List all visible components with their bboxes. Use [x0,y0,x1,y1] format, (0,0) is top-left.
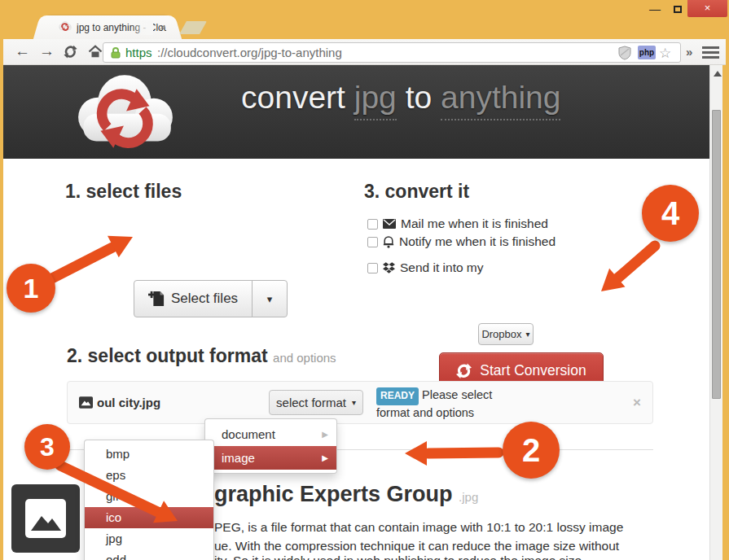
cloudconvert-favicon-icon [58,20,72,32]
maximize-icon [674,6,682,13]
cloudconvert-logo-icon [68,69,182,151]
refresh-icon [456,363,472,378]
select-files-label: Select files [171,291,238,307]
back-button[interactable]: ← [15,42,30,60]
remove-file-icon[interactable]: × [633,395,641,411]
file-row: oul city.jpg select format ▾ READY Pleas… [67,381,653,424]
select-files-heading: 1. select files [65,181,182,203]
close-window-button[interactable]: × [687,0,727,17]
select-format-label: select format [276,396,346,409]
caret-down-icon: ▾ [526,330,530,339]
caret-down-icon: ▾ [267,293,273,305]
menu-icon[interactable] [702,46,719,61]
status-badge: READY [376,387,419,405]
submenu-item-label: bmp [106,447,130,461]
menu-item-label: image [222,451,255,465]
dropbox-checkbox[interactable] [367,263,378,273]
submenu-item-jpg[interactable]: jpg [85,528,213,549]
output-format-heading: 2. select output format and options [67,345,336,367]
submenu-item-odd[interactable]: odd [85,549,213,560]
notify-option-label: Notify me when it is finished [399,234,556,249]
format-info-heading: graphic Experts Group .jpg [214,482,478,507]
headline-word-anything[interactable]: anything [441,80,560,120]
page-scrollbar[interactable] [709,65,722,560]
site-banner: convert jpg to anything [3,65,709,159]
home-button[interactable] [88,45,103,59]
dropbox-icon [383,262,395,273]
format-info-extension: .jpg [459,490,478,504]
send-dropbox-option-row: Send it into my [367,260,484,275]
maximize-button[interactable] [668,2,687,16]
submenu-item-gif[interactable]: gif [85,486,213,507]
headline-word-jpg[interactable]: jpg [354,80,397,120]
jpg-thumbnail-icon [11,484,80,553]
headline-word: to [406,80,433,115]
mail-checkbox[interactable] [367,219,378,230]
select-files-dropdown-button[interactable]: ▾ [252,280,288,317]
minimize-button[interactable]: — [645,2,665,16]
submenu-item-label: jpg [106,532,122,545]
page-content: convert jpg to anything 1. select files … [3,65,709,560]
format-info-heading-text: graphic Experts Group [214,482,453,506]
tab-title: jpg to anything - CloudCo [77,22,173,33]
dropbox-select-button[interactable]: Dropbox ▾ [478,323,534,345]
format-menu: document ▶ image ▶ [204,418,337,474]
submenu-item-label: gif [106,489,119,503]
address-bar[interactable]: https ://cloudconvert.org/jpg-to-anythin… [103,42,681,63]
submenu-item-label: eps [106,468,125,482]
submenu-item-bmp[interactable]: bmp [85,444,213,465]
php-extension-icon[interactable]: php [638,46,656,59]
format-info-line: ue. With the compression technique it ca… [214,539,619,553]
mail-option-label: Mail me when it is finished [401,217,548,231]
select-format-button[interactable]: select format ▾ [269,390,363,415]
tab-title-fade [132,20,153,35]
mail-option-row: Mail me when it is finished [367,217,548,231]
tab-close-icon[interactable]: × [159,22,165,33]
browser-toolbar: ← → https ://cloudconvert.org/jpg-to-any… [3,39,726,65]
browser-tab[interactable]: jpg to anything - CloudCo × [44,15,171,39]
convert-it-heading: 3. convert it [364,181,469,203]
url-scheme: https [125,46,152,59]
toolbar-overflow-chevron[interactable]: » [686,45,692,59]
caret-down-icon: ▾ [352,398,356,407]
image-format-submenu: bmp eps gif ico jpg odd [84,440,214,560]
scrollbar-thumb[interactable] [712,110,721,399]
envelope-icon [383,219,396,229]
menu-item-document[interactable]: document ▶ [205,422,336,446]
submenu-caret-icon: ▶ [322,446,328,470]
url-text: ://cloudconvert.org/jpg-to-anything [157,46,342,59]
menu-item-label: document [222,427,275,441]
format-info-line: ity. So it is widely used in web publish… [214,553,582,560]
output-format-heading-suffix: and options [273,351,336,365]
submenu-item-label: ico [106,510,121,524]
scrollbar-up-icon[interactable] [714,71,722,77]
notify-checkbox[interactable] [367,237,378,247]
shield-icon[interactable] [618,46,631,60]
bell-icon [383,236,394,248]
submenu-item-ico[interactable]: ico [85,507,213,528]
forward-button[interactable]: → [39,42,55,60]
select-files-button[interactable]: Select files [134,280,253,317]
secure-lock-icon[interactable] [111,47,121,59]
notify-option-row: Notify me when it is finished [367,234,556,249]
submenu-caret-icon: ▶ [322,422,328,446]
reload-button[interactable] [64,45,77,59]
dropbox-button-label: Dropbox [481,328,521,340]
new-tab-button[interactable] [179,21,207,34]
submenu-item-label: odd [106,553,126,560]
send-option-label: Send it into my [400,260,484,275]
file-name: oul city.jpg [97,396,160,409]
banner-headline: convert jpg to anything [241,80,560,116]
format-info-line: PEG, is a file format that can contain i… [214,520,623,535]
file-plus-icon [148,290,165,308]
start-conversion-label: Start Conversion [480,362,586,379]
file-status: READY Please select format and options [376,387,500,421]
submenu-item-eps[interactable]: eps [85,465,213,486]
bookmark-star-icon[interactable]: ☆ [659,45,671,62]
output-format-heading-text: 2. select output format [67,345,268,366]
menu-item-image[interactable]: image ▶ [205,446,336,470]
picture-icon [79,396,93,409]
headline-word: convert [241,80,345,115]
